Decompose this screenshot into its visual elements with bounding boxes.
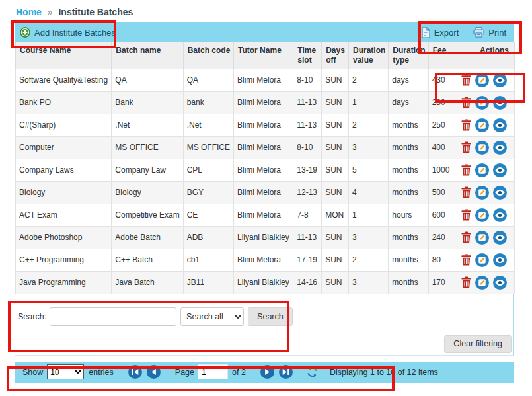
header-time-slot[interactable]: Time slot [293,42,322,69]
search-button[interactable]: Search [248,307,293,326]
delete-icon[interactable] [461,231,471,243]
export-button[interactable]: Export [421,27,459,38]
edit-icon[interactable] [475,231,489,245]
breadcrumb: Home » Institute Batches [0,0,532,22]
cell-duration_type: days [389,91,428,114]
print-printer-icon [473,27,484,38]
cell-batch_name: MS OFFICE [112,136,183,159]
print-button[interactable]: Print [473,27,506,38]
cell-course: Computer [16,136,112,159]
cell-duration_value: 3 [349,271,389,294]
cell-days_off: SUN [322,249,349,271]
delete-icon[interactable] [461,254,471,266]
cell-time_slot: 13-19 [293,159,322,181]
view-icon[interactable] [493,163,507,177]
cell-tutor: Blimi Melora [234,204,293,226]
edit-icon[interactable] [475,118,489,132]
header-duration-type[interactable]: Duration type [389,42,428,69]
cell-batch_name: Adobe Batch [112,226,183,249]
delete-icon[interactable] [461,186,471,198]
first-page-button[interactable] [128,365,142,379]
cell-actions [455,204,515,226]
cell-fee: 280 [428,91,455,114]
edit-icon[interactable] [475,163,489,177]
row-action-icons [461,231,511,245]
header-batch-code[interactable]: Batch code [183,42,233,69]
header-course-name[interactable]: Course Name [16,42,112,69]
search-label: Search: [18,312,46,321]
cell-days_off: SUN [322,91,349,114]
header-days-off[interactable]: Days off [322,42,349,69]
row-action-icons [461,118,511,132]
export-file-icon [421,27,430,38]
delete-icon[interactable] [461,74,471,86]
delete-icon[interactable] [461,209,471,221]
view-icon[interactable] [493,276,507,290]
next-page-button[interactable] [260,365,274,379]
delete-icon[interactable] [461,164,471,176]
cell-duration_value: 1 [349,204,389,226]
refresh-icon[interactable] [306,366,319,378]
view-icon[interactable] [493,141,507,155]
cell-time_slot: 17-19 [293,249,322,271]
cell-days_off: SUN [322,136,349,159]
page-number-input[interactable] [198,364,228,379]
cell-days_off: MON [322,204,349,226]
delete-icon[interactable] [461,276,471,288]
table-row: Adobe PhotoshopAdobe BatchADBLilyani Bla… [16,226,515,249]
add-plus-icon [20,27,30,38]
table-row: ACT ExamCompetitive ExamCEBlimi Melora7-… [16,204,515,226]
header-fee[interactable]: Fee [428,42,455,69]
previous-page-button[interactable] [147,365,161,379]
edit-icon[interactable] [475,186,489,200]
cell-batch_code: bank [183,91,233,114]
cell-course: Software Quality&Testing [16,69,112,91]
table-header-row: Course Name Batch name Batch code Tutor … [16,42,515,69]
view-icon[interactable] [493,253,507,267]
cell-actions [455,69,515,91]
cell-fee: 400 [428,136,455,159]
view-icon[interactable] [493,73,507,87]
page-label: Page [175,368,194,377]
view-icon[interactable] [493,96,507,110]
edit-icon[interactable] [475,208,489,222]
cell-actions [455,271,515,294]
table-row: Bank POBankbankBlimi Melora11-13SUN1days… [16,91,515,114]
cell-duration_type: months [389,114,428,136]
cell-batch_code: MS OFFICE [183,136,233,159]
cell-course: Company Laws [16,159,112,181]
cell-batch_name: Competitive Exam [112,204,183,226]
cell-duration_value: 2 [349,69,389,91]
cell-duration_value: 2 [349,114,389,136]
view-icon[interactable] [493,231,507,245]
row-action-icons [461,276,511,290]
cell-batch_name: QA [112,69,183,91]
delete-icon[interactable] [461,119,471,131]
cell-duration_value: 2 [349,249,389,271]
cell-course: Adobe Photoshop [16,226,112,249]
edit-icon[interactable] [475,276,489,290]
view-icon[interactable] [493,186,507,200]
page-size-select[interactable]: 10 [47,364,84,379]
view-icon[interactable] [493,208,507,222]
delete-icon[interactable] [461,141,471,153]
view-icon[interactable] [493,118,507,132]
delete-icon[interactable] [461,97,471,108]
search-field-select[interactable]: Search all [180,307,244,326]
edit-icon[interactable] [475,96,489,110]
row-action-icons [461,186,511,200]
cell-duration_value: 3 [349,226,389,249]
breadcrumb-home-link[interactable]: Home [16,7,42,17]
clear-filtering-button[interactable]: Clear filtering [444,335,512,353]
edit-icon[interactable] [475,73,489,87]
edit-icon[interactable] [475,141,489,155]
header-duration-value[interactable]: Duration value [349,42,389,69]
last-page-button[interactable] [279,365,293,379]
table-row: Company LawsCompany LawCPLBlimi Melora13… [16,159,515,181]
cell-tutor: Blimi Melora [234,181,293,204]
search-input[interactable] [50,307,176,326]
header-tutor-name[interactable]: Tutor Name [234,42,293,69]
add-institute-batches-button[interactable]: Add Institute Batches [20,27,116,38]
header-batch-name[interactable]: Batch name [112,42,183,69]
edit-icon[interactable] [475,253,489,267]
